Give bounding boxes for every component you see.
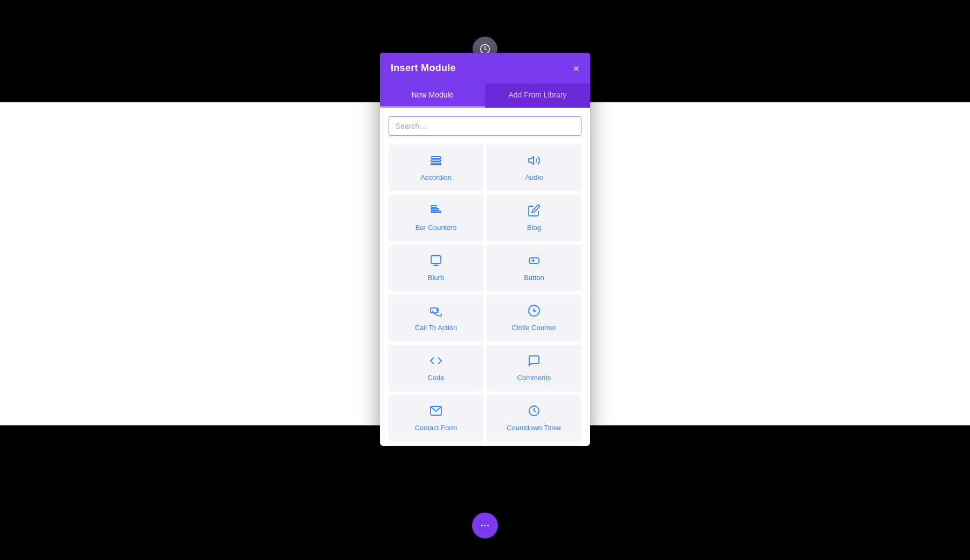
module-label-audio: Audio (525, 173, 543, 181)
svg-rect-7 (431, 206, 436, 207)
circle-counter-icon (528, 304, 541, 319)
tab-new-module[interactable]: New Module (380, 83, 485, 108)
modal-title: Insert Module (391, 62, 456, 74)
module-grid: Accordion Audio Bar Counte (380, 144, 590, 446)
module-label-comments: Comments (517, 374, 551, 382)
svg-rect-3 (431, 163, 441, 165)
module-item-bar-counters[interactable]: Bar Counters (389, 194, 483, 241)
module-label-blurb: Blurb (428, 274, 444, 282)
bottom-circle-button[interactable] (472, 513, 498, 538)
tab-add-from-library[interactable]: Add From Library (485, 83, 590, 108)
module-label-accordion: Accordion (420, 173, 452, 181)
comments-icon (528, 354, 541, 369)
svg-rect-1 (431, 157, 441, 158)
svg-rect-8 (431, 256, 441, 263)
module-item-divider[interactable]: Divider (389, 445, 483, 446)
module-item-button[interactable]: Button (487, 244, 581, 291)
module-label-countdown-timer: Countdown Timer (507, 424, 562, 432)
module-label-call-to-action: Call To Action (415, 324, 458, 332)
blurb-icon (429, 254, 442, 269)
audio-icon (528, 154, 541, 169)
svg-point-34 (481, 525, 483, 527)
modal-tabs: New Module Add From Library (380, 83, 590, 108)
svg-marker-4 (529, 157, 534, 164)
module-item-comments[interactable]: Comments (487, 345, 581, 391)
svg-point-33 (484, 525, 486, 527)
svg-point-18 (534, 310, 535, 311)
svg-point-35 (487, 525, 489, 527)
module-item-circle-counter[interactable]: Circle Counter (487, 295, 581, 341)
accordion-icon (429, 154, 442, 169)
module-item-blurb[interactable]: Blurb (389, 244, 483, 291)
module-label-bar-counters: Bar Counters (415, 223, 457, 232)
module-item-email-optin[interactable]: Email Optin (487, 445, 581, 446)
module-label-code: Code (427, 374, 444, 382)
button-icon (528, 254, 541, 269)
module-item-accordion[interactable]: Accordion (389, 144, 483, 191)
countdown-timer-icon (528, 404, 541, 419)
module-label-contact-form: Contact Form (415, 424, 458, 432)
blog-icon (528, 204, 541, 219)
module-item-countdown-timer[interactable]: Countdown Timer (487, 395, 581, 442)
search-input[interactable] (389, 116, 581, 136)
modal-search-area (380, 108, 590, 144)
bar-counters-icon (429, 204, 442, 219)
module-item-audio[interactable]: Audio (487, 144, 581, 191)
code-icon (429, 354, 442, 369)
module-item-call-to-action[interactable]: Call To Action (389, 295, 483, 341)
module-item-blog[interactable]: Blog (487, 194, 581, 241)
contact-form-icon (429, 404, 442, 419)
modal-header: Insert Module × (380, 53, 590, 83)
svg-rect-5 (431, 208, 439, 210)
call-to-action-icon (429, 304, 442, 319)
module-label-blog: Blog (527, 223, 541, 232)
module-item-code[interactable]: Code (389, 345, 483, 391)
insert-module-modal: Insert Module × New Module Add From Libr… (380, 53, 590, 446)
module-label-button: Button (524, 274, 544, 282)
module-item-contact-form[interactable]: Contact Form (389, 395, 483, 442)
svg-rect-6 (431, 211, 441, 213)
modal-close-button[interactable]: × (573, 63, 579, 74)
module-label-circle-counter: Circle Counter (511, 324, 556, 332)
svg-rect-2 (431, 160, 441, 162)
